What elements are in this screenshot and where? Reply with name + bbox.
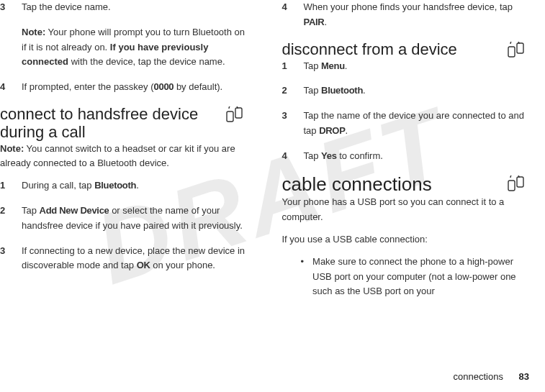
- ui-label: Menu: [321, 60, 345, 71]
- list-item: 1 Tap Menu.: [282, 59, 528, 74]
- step-body: During a call, tap Bluetooth.: [22, 178, 246, 193]
- note-block: Note: You cannot switch to a headset or …: [0, 142, 246, 172]
- bluetooth-pair-icon: [506, 42, 528, 59]
- ui-label: Add New Device: [40, 205, 109, 216]
- list-item: 3 Tap the name of the device you are con…: [282, 109, 528, 139]
- step-number: 1: [0, 178, 9, 193]
- bullet-item: • Make sure to connect the phone to a hi…: [301, 255, 528, 299]
- svg-rect-1: [235, 108, 242, 118]
- step-body: When your phone finds your handsfree dev…: [304, 0, 528, 30]
- step-body: Tap Bluetooth.: [304, 83, 528, 99]
- step-text: .: [324, 17, 327, 27]
- bluetooth-pair-icon: [506, 176, 528, 193]
- note-text: with the device, tap the device name.: [68, 56, 225, 67]
- ui-label: PAIR: [304, 17, 325, 27]
- list-item: 4 Tap Yes to confirm.: [282, 149, 528, 164]
- heading-cable-connections: cable connections: [282, 174, 500, 196]
- bluetooth-pair-icon: [225, 106, 246, 124]
- step-body: Tap Add New Device or select the name of…: [22, 204, 246, 234]
- footer-section: connections: [454, 371, 503, 382]
- step-text: .: [363, 85, 366, 96]
- heading-disconnect: disconnect from a device: [282, 40, 500, 58]
- heading-row: disconnect from a device: [282, 40, 528, 59]
- step-text: .: [346, 125, 348, 136]
- step-body: Tap Yes to confirm.: [304, 149, 528, 164]
- ui-label: Yes: [321, 150, 337, 161]
- list-item: 3 Tap the device name.: [0, 0, 246, 15]
- heading-row: cable connections: [282, 174, 528, 196]
- step-body: If prompted, enter the passkey (0000 by …: [22, 80, 246, 95]
- step-text: Tap: [22, 205, 40, 216]
- step-text: Tap: [304, 150, 322, 161]
- page-number: 83: [519, 371, 529, 382]
- ui-label: Bluetooth: [321, 85, 363, 96]
- step-text: If prompted, enter the passkey (: [22, 81, 154, 92]
- step-text: .: [136, 180, 139, 191]
- note-block: Note: Your phone will prompt you to turn…: [22, 25, 246, 70]
- list-item: 3 If connecting to a new device, place t…: [0, 244, 246, 274]
- step-text: on your phone.: [150, 260, 215, 270]
- step-number: 4: [282, 149, 291, 164]
- note-label: Note:: [22, 27, 45, 37]
- step-number: 3: [0, 244, 9, 274]
- note-label: Note:: [0, 143, 24, 154]
- step-text: .: [345, 60, 348, 71]
- heading-row: connect to handsfree device during a cal…: [0, 105, 246, 142]
- step-text: When your phone finds your handsfree dev…: [304, 1, 513, 12]
- step-text: to confirm.: [337, 150, 383, 161]
- list-item: 2 Tap Bluetooth.: [282, 83, 528, 99]
- heading-connect-handsfree: connect to handsfree device during a cal…: [0, 105, 217, 142]
- svg-rect-0: [227, 111, 233, 122]
- step-text: Tap: [304, 60, 322, 71]
- page-footer: connections 83: [454, 370, 529, 385]
- step-number: 2: [0, 204, 9, 234]
- step-number: 3: [282, 109, 291, 139]
- step-text: Tap: [304, 85, 322, 96]
- note-text: You cannot switch to a headset or car ki…: [0, 143, 235, 169]
- step-text: During a call, tap: [22, 180, 94, 191]
- step-body: Tap Menu.: [304, 59, 528, 74]
- step-number: 3: [0, 0, 9, 15]
- page-content: 3 Tap the device name. Note: Your phone …: [0, 0, 545, 360]
- paragraph: If you use a USB cable connection:: [282, 232, 528, 247]
- step-number: 4: [0, 80, 9, 95]
- list-item: 1 During a call, tap Bluetooth.: [0, 178, 246, 193]
- step-text: by default).: [174, 81, 222, 92]
- svg-rect-4: [508, 181, 515, 191]
- step-number: 2: [282, 83, 291, 99]
- step-number: 4: [282, 0, 291, 30]
- step-number: 1: [282, 59, 291, 74]
- ui-label: DROP: [319, 125, 345, 136]
- ui-label: Bluetooth: [94, 180, 136, 191]
- list-item: 4 When your phone finds your handsfree d…: [282, 0, 528, 30]
- step-body: If connecting to a new device, place the…: [22, 244, 246, 274]
- bullet-dot-icon: •: [301, 255, 305, 299]
- svg-rect-3: [517, 43, 523, 53]
- bullet-text: Make sure to connect the phone to a high…: [312, 255, 528, 299]
- left-column: 3 Tap the device name. Note: Your phone …: [0, 0, 246, 360]
- step-body: Tap the name of the device you are conne…: [304, 109, 528, 139]
- list-item: 2 Tap Add New Device or select the name …: [0, 204, 246, 234]
- step-body: Tap the device name.: [22, 0, 246, 15]
- svg-rect-5: [517, 177, 523, 187]
- paragraph: Your phone has a USB port so you can con…: [282, 195, 528, 225]
- passkey-code: 0000: [154, 81, 174, 92]
- right-column: 4 When your phone finds your handsfree d…: [282, 0, 528, 360]
- list-item: 4 If prompted, enter the passkey (0000 b…: [0, 80, 246, 95]
- svg-rect-2: [508, 47, 515, 57]
- ui-label: OK: [137, 260, 150, 270]
